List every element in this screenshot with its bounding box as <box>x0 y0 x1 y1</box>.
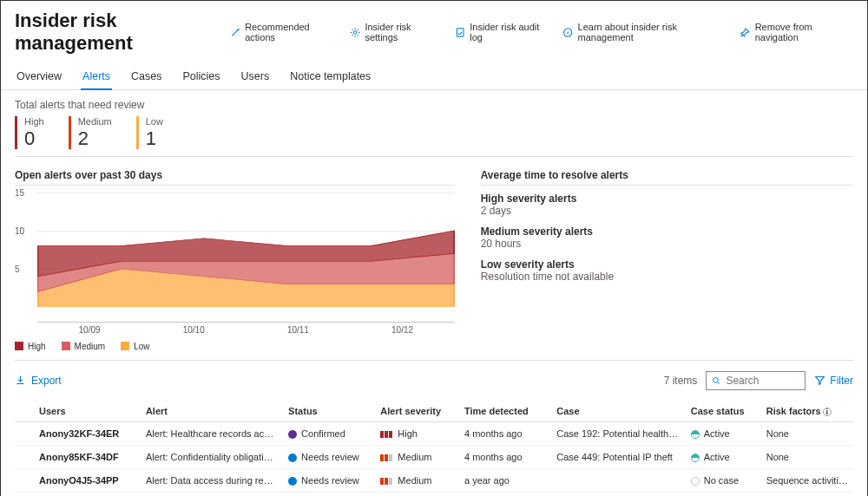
col-time-detected[interactable]: Time detected <box>459 399 551 422</box>
cell-alert: Alert: Confidentiality obligation during… <box>141 446 283 469</box>
cell-severity: Medium <box>375 446 459 469</box>
search-field[interactable] <box>726 375 799 387</box>
cell-user: AnonyIS8-978 <box>15 493 141 496</box>
resolve-column: Average time to resolve alerts High seve… <box>481 169 853 351</box>
legend-swatch <box>15 342 23 350</box>
table-row[interactable]: Anony85KF-34DFAlert: Confidentiality obl… <box>15 446 853 469</box>
label: Insider risk settings <box>365 22 442 42</box>
label: Medium severity alerts <box>481 225 853 238</box>
kpi-label: High <box>24 116 44 127</box>
kpi-row: High 0 Medium 2 Low 1 <box>15 116 853 157</box>
x-tick: 10/10 <box>141 325 246 335</box>
y-tick: 10 <box>15 225 24 235</box>
tab-notice-templates[interactable]: Notice templates <box>288 65 372 89</box>
label: Recommended actions <box>245 22 338 42</box>
info-icon: i <box>823 408 832 416</box>
cell-risk: None <box>761 421 853 445</box>
cell-status: Needs review <box>283 446 375 469</box>
legend-label: Medium <box>75 342 106 351</box>
tabs: Overview Alerts Cases Policies Users Not… <box>1 62 867 90</box>
info-icon <box>562 27 573 38</box>
audit-log-link[interactable]: Insider risk audit log <box>455 22 550 42</box>
insider-risk-settings-link[interactable]: Insider risk settings <box>350 22 443 42</box>
legend-item: Medium <box>62 342 106 351</box>
kpi-label: Medium <box>78 116 112 127</box>
tab-policies[interactable]: Policies <box>181 65 221 89</box>
col-case[interactable]: Case <box>551 399 686 422</box>
label: Remove from navigation <box>755 22 853 42</box>
tab-overview[interactable]: Overview <box>15 65 63 89</box>
recommended-actions-link[interactable]: Recommended actions <box>230 22 338 42</box>
filter-icon <box>814 375 825 386</box>
table-row[interactable]: AnonyO4J5-34PPAlert: Data access during … <box>15 469 853 493</box>
gear-icon <box>350 27 360 38</box>
kpi-value: 0 <box>24 127 44 149</box>
table-row[interactable]: Anony32KF-34ERAlert: Healthcare records … <box>15 421 853 445</box>
resolve-high: High severity alerts 2 days <box>481 193 853 217</box>
tab-cases[interactable]: Cases <box>129 65 163 89</box>
col-case-status[interactable]: Case status <box>686 399 761 422</box>
legend-label: Low <box>134 342 149 351</box>
x-tick: 10/11 <box>246 325 350 335</box>
cell-status: Needs review <box>283 469 375 493</box>
filter-button[interactable]: Filter <box>814 375 853 387</box>
export-button[interactable]: Export <box>15 375 62 387</box>
remove-from-nav-link[interactable]: Remove from navigation <box>740 22 853 42</box>
cell-risk: None <box>761 493 853 496</box>
col-users[interactable]: Users <box>15 399 141 422</box>
cell-time: 2 years ago <box>459 493 551 496</box>
kpi-value: 2 <box>78 127 112 149</box>
chart-column: Open alerts over past 30 days 51015 10/0… <box>15 169 455 351</box>
download-icon <box>15 375 26 386</box>
cell-severity: Medium <box>375 469 459 493</box>
col-alert-severity[interactable]: Alert severity <box>375 399 459 422</box>
page-title: Insider risk management <box>15 10 230 55</box>
cell-severity: High <box>375 493 459 496</box>
col-alert[interactable]: Alert <box>141 399 283 422</box>
kpi-high: High 0 <box>15 116 44 149</box>
header-actions: Recommended actions Insider risk setting… <box>230 22 853 42</box>
y-tick: 15 <box>15 187 24 197</box>
cell-risk: None <box>761 446 853 469</box>
cell-alert: Alert: Data access during remote work... <box>141 469 283 493</box>
table-row[interactable]: AnonyIS8-978Alert: Confidentiality oblig… <box>15 493 853 496</box>
svg-point-0 <box>354 30 357 33</box>
cell-user: Anony32KF-34ER <box>15 421 141 445</box>
value: 20 hours <box>481 238 853 250</box>
tab-users[interactable]: Users <box>240 65 272 89</box>
cell-case <box>551 469 686 493</box>
kpi-label: Low <box>146 116 163 127</box>
cell-status: Confirmed <box>283 421 375 445</box>
cell-alert: Alert: Confidentiality obligation during… <box>141 493 283 496</box>
cell-time: 4 months ago <box>459 421 551 445</box>
svg-point-3 <box>713 377 719 382</box>
resolve-low: Low severity alerts Resolution time not … <box>481 258 853 283</box>
cell-case-status: Active <box>686 493 761 496</box>
cell-user: Anony85KF-34DF <box>15 446 141 469</box>
col-risk-factors[interactable]: Risk factorsi <box>761 399 853 422</box>
x-tick: 10/12 <box>350 325 454 335</box>
cell-time: 4 months ago <box>459 446 551 469</box>
cell-alert: Alert: Healthcare records access policy <box>141 421 283 445</box>
cell-case-status: Active <box>686 421 761 445</box>
legend-swatch <box>62 342 70 350</box>
legend-item: High <box>15 342 46 351</box>
value: Resolution time not available <box>481 271 853 283</box>
x-tick: 10/09 <box>37 325 141 335</box>
svg-rect-1 <box>457 28 464 36</box>
tab-alerts[interactable]: Alerts <box>81 65 112 89</box>
resolve-medium: Medium severity alerts 20 hours <box>481 225 853 250</box>
label: Export <box>31 375 62 387</box>
search-input[interactable] <box>706 371 806 390</box>
label: Low severity alerts <box>481 258 853 271</box>
legend-label: High <box>28 342 46 351</box>
col-status[interactable]: Status <box>283 399 375 422</box>
mid-section: Open alerts over past 30 days 51015 10/0… <box>1 162 867 360</box>
cell-risk: Sequence activities, Activities include … <box>761 469 853 493</box>
learn-link[interactable]: Learn about insider risk management <box>562 22 727 42</box>
chart-legend: HighMediumLow <box>15 342 455 351</box>
cell-status: Confirmed <box>283 493 375 496</box>
kpi-value: 1 <box>146 127 163 149</box>
review-section: Total alerts that need review High 0 Med… <box>1 90 867 162</box>
y-tick: 5 <box>15 264 20 273</box>
